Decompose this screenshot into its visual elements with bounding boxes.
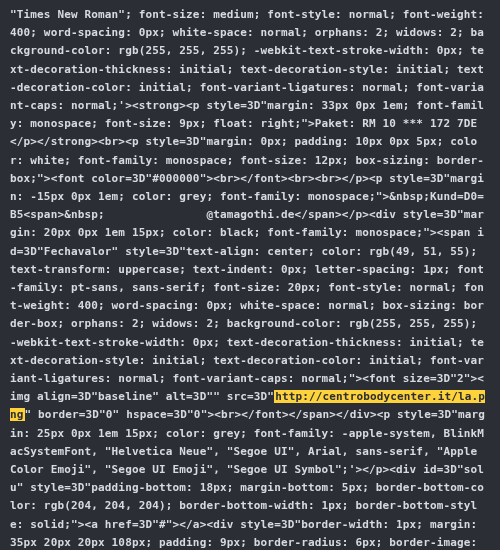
code-after-url: " border=3D"0" hspace=3D"0"><br></font><… — [10, 408, 485, 550]
raw-html-source: "Times New Roman"; font-size: medium; fo… — [0, 0, 500, 550]
code-before-url: "Times New Roman"; font-size: medium; fo… — [10, 8, 491, 403]
